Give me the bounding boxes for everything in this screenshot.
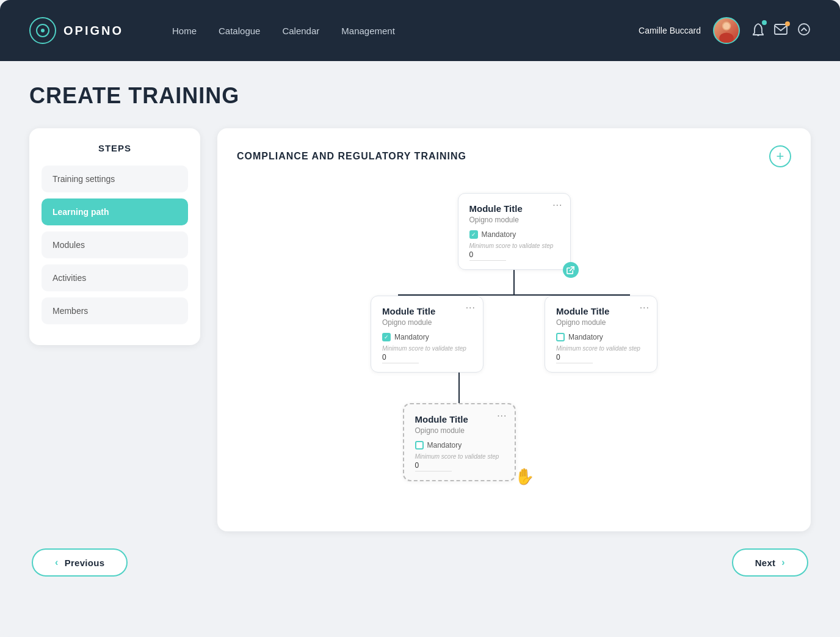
- add-module-button[interactable]: +: [769, 145, 791, 167]
- plus-icon: +: [777, 150, 784, 163]
- next-label: Next: [755, 558, 776, 568]
- link-icon-1[interactable]: [563, 262, 579, 278]
- nav-catalogue[interactable]: Catalogue: [219, 26, 260, 36]
- svg-rect-4: [775, 24, 787, 34]
- module-mandatory-1: Mandatory: [469, 230, 559, 239]
- module-card-1: ··· Module Title Opigno module Mandatory…: [458, 193, 571, 270]
- svg-point-2: [723, 23, 730, 29]
- score-label-1: Minimum score to validate step: [469, 242, 559, 249]
- module-card-2: ··· Module Title Opigno module Mandatory…: [371, 296, 483, 373]
- message-badge: [785, 21, 790, 26]
- mandatory-checkbox-1[interactable]: [469, 230, 478, 239]
- panel-header: COMPLIANCE AND REGULATORY TRAINING +: [237, 145, 791, 167]
- level-1: ··· Module Title Opigno module Mandatory…: [458, 193, 571, 270]
- mandatory-label-2: Mandatory: [394, 333, 429, 341]
- module-title-4: Module Title: [415, 414, 504, 424]
- previous-label: Previous: [65, 558, 105, 568]
- page-title: CREATE TRAINING: [29, 83, 811, 109]
- svg-point-5: [798, 24, 809, 35]
- score-label-4: Minimum score to validate step: [415, 453, 504, 460]
- mandatory-checkbox-2[interactable]: [382, 333, 391, 341]
- next-button[interactable]: Next ›: [732, 548, 808, 577]
- mandatory-label-3: Mandatory: [568, 333, 603, 341]
- score-label-3: Minimum score to validate step: [556, 345, 646, 352]
- notification-badge: [762, 20, 767, 25]
- drag-cursor: ✋: [515, 467, 534, 486]
- logo-text: OPIGNO: [63, 24, 123, 38]
- mandatory-label-1: Mandatory: [482, 230, 516, 239]
- previous-button[interactable]: ‹ Previous: [32, 548, 128, 577]
- sidebar: STEPS Training settings Learning path Mo…: [29, 128, 200, 345]
- panel-title: COMPLIANCE AND REGULATORY TRAINING: [237, 151, 466, 162]
- previous-arrow-icon: ‹: [55, 557, 59, 568]
- module-more-icon-4[interactable]: ···: [497, 410, 507, 421]
- user-menu-icon[interactable]: [797, 23, 811, 39]
- messages-icon[interactable]: [774, 24, 788, 38]
- main-panel: COMPLIANCE AND REGULATORY TRAINING + ···…: [217, 128, 811, 531]
- nav-calendar[interactable]: Calendar: [282, 26, 319, 36]
- mandatory-checkbox-3[interactable]: [556, 333, 565, 341]
- module-subtitle-1: Opigno module: [469, 216, 559, 224]
- bottom-navigation: ‹ Previous Next ›: [29, 548, 811, 577]
- mandatory-checkbox-4[interactable]: [415, 441, 424, 450]
- module-subtitle-4: Opigno module: [415, 426, 504, 435]
- tree-diagram: ··· Module Title Opigno module Mandatory…: [237, 187, 791, 481]
- sidebar-item-activities[interactable]: Activities: [42, 264, 188, 291]
- header-right: Camille Buccard: [639, 17, 811, 44]
- module-title-2: Module Title: [382, 306, 472, 316]
- header-icons: [752, 23, 811, 39]
- header: OPIGNO Home Catalogue Calendar Managemen…: [0, 0, 840, 61]
- next-arrow-icon: ›: [781, 557, 785, 568]
- score-value-3: 0: [556, 353, 593, 363]
- module-more-icon-1[interactable]: ···: [552, 200, 562, 211]
- module-mandatory-2: Mandatory: [382, 333, 472, 341]
- score-value-4: 0: [415, 461, 452, 471]
- main-content: CREATE TRAINING STEPS Training settings …: [0, 61, 840, 599]
- mandatory-label-4: Mandatory: [427, 441, 462, 450]
- username: Camille Buccard: [639, 26, 701, 35]
- steps-title: STEPS: [42, 143, 188, 153]
- main-nav: Home Catalogue Calendar Management: [172, 26, 614, 36]
- svg-point-1: [719, 32, 734, 43]
- score-value-1: 0: [469, 250, 506, 261]
- module-mandatory-4: Mandatory: [415, 441, 504, 450]
- module-title-1: Module Title: [469, 203, 559, 214]
- connector-v-1: [513, 270, 515, 294]
- content-layout: STEPS Training settings Learning path Mo…: [29, 128, 811, 531]
- sidebar-item-learning-path[interactable]: Learning path: [42, 198, 188, 225]
- logo-icon: [29, 17, 56, 44]
- module-subtitle-2: Opigno module: [382, 318, 472, 327]
- module-mandatory-3: Mandatory: [556, 333, 646, 341]
- module-more-icon-2[interactable]: ···: [466, 302, 476, 313]
- sidebar-item-modules[interactable]: Modules: [42, 231, 188, 258]
- avatar: [713, 17, 740, 44]
- score-label-2: Minimum score to validate step: [382, 345, 472, 352]
- sidebar-item-members[interactable]: Members: [42, 297, 188, 324]
- connector-v-2: [458, 373, 460, 403]
- nav-home[interactable]: Home: [172, 26, 197, 36]
- level-2-left: ··· Module Title Opigno module Mandatory…: [371, 296, 483, 373]
- level-2: ··· Module Title Opigno module Mandatory…: [371, 296, 657, 373]
- module-card-4: ··· Module Title Opigno module Mandatory…: [403, 403, 516, 481]
- notifications-icon[interactable]: [752, 23, 764, 39]
- sidebar-item-training-settings[interactable]: Training settings: [42, 166, 188, 192]
- module-title-3: Module Title: [556, 306, 646, 316]
- score-value-2: 0: [382, 353, 419, 363]
- module-subtitle-3: Opigno module: [556, 318, 646, 327]
- logo-area: OPIGNO: [29, 17, 123, 44]
- module-card-3: ··· Module Title Opigno module Mandatory…: [545, 296, 657, 373]
- nav-management[interactable]: Management: [341, 26, 395, 36]
- level-2-right: ··· Module Title Opigno module Mandatory…: [545, 296, 657, 373]
- module-more-icon-3[interactable]: ···: [640, 302, 650, 313]
